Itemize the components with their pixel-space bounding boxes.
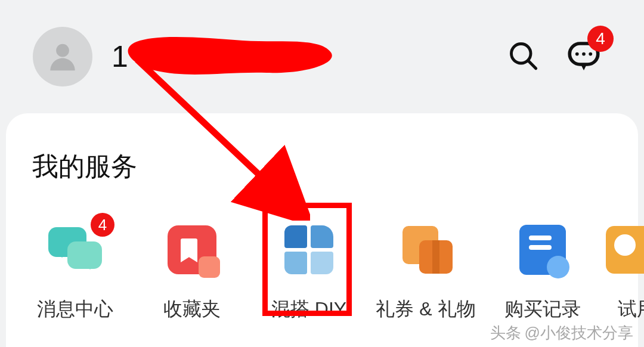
header: 1 4 — [0, 0, 644, 113]
trial-icon — [606, 226, 644, 274]
watermark-prefix: 头条 — [490, 323, 521, 343]
service-label: 消息中心 — [37, 296, 113, 323]
service-label: 试用 — [618, 296, 644, 323]
service-label: 购买记录 — [504, 296, 581, 323]
service-favorites[interactable]: 收藏夹 — [134, 220, 250, 323]
service-gifts[interactable]: 礼券 & 礼物 — [367, 220, 484, 323]
service-label: 收藏夹 — [163, 296, 221, 323]
watermark-handle: @小俊技术分享 — [525, 323, 633, 343]
service-message-center[interactable]: 4 消息中心 — [17, 220, 134, 323]
chat-button[interactable]: 4 — [566, 38, 602, 76]
service-purchase-record[interactable]: 购买记录 — [484, 220, 601, 323]
service-row: 4 消息中心 收藏夹 混搭 DIY 礼券 & 礼物 购买记录 试用 — [6, 220, 638, 323]
header-actions: 4 — [507, 38, 602, 76]
message-badge: 4 — [91, 213, 114, 237]
section-title: 我的服务 — [6, 149, 638, 184]
redaction-blob — [123, 36, 338, 78]
service-label: 礼券 & 礼物 — [376, 296, 475, 323]
search-icon[interactable] — [507, 40, 538, 73]
avatar[interactable] — [33, 27, 92, 86]
username-redacted[interactable]: 1 — [112, 36, 338, 78]
service-label: 混搭 DIY — [271, 296, 346, 323]
chat-icon — [566, 65, 602, 75]
services-card: 我的服务 4 消息中心 收藏夹 混搭 DIY 礼券 & 礼物 购买记录 — [6, 113, 638, 347]
gift-icon — [399, 226, 453, 274]
purchase-record-icon — [519, 225, 566, 275]
svg-line-2 — [529, 61, 536, 69]
svg-point-5 — [582, 52, 586, 56]
person-icon — [44, 38, 81, 75]
svg-point-0 — [56, 44, 69, 57]
chat-badge: 4 — [587, 26, 614, 52]
svg-point-6 — [589, 52, 592, 56]
service-trial[interactable]: 试用 — [601, 220, 644, 323]
service-diy[interactable]: 混搭 DIY — [250, 220, 367, 323]
favorites-icon — [168, 225, 216, 274]
watermark: 头条 @小俊技术分享 — [490, 323, 633, 343]
svg-point-4 — [575, 52, 579, 56]
diy-icon — [284, 225, 333, 274]
message-icon — [48, 227, 102, 272]
